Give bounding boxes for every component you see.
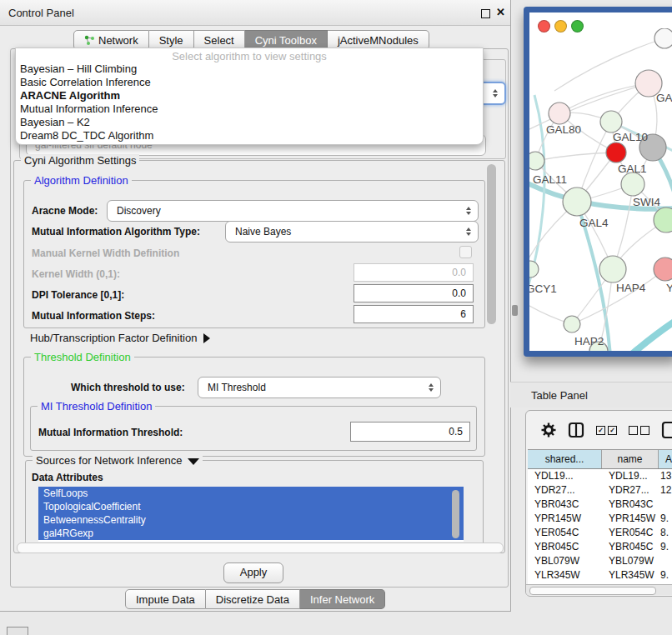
network-node-gcy1[interactable] <box>529 261 539 278</box>
deselect-all-checkboxes-icon[interactable] <box>629 426 649 435</box>
data-attribute-item[interactable]: BetweennessCentrality <box>38 513 464 527</box>
sources-legend[interactable]: Sources for Network Inference <box>33 454 203 467</box>
table-cell[interactable]: YBL079W <box>602 554 659 568</box>
combo-stepper-icon <box>466 207 471 215</box>
column-header-shared[interactable]: shared... <box>528 450 602 468</box>
mi-steps-field[interactable]: 6 <box>354 305 474 323</box>
network-edge[interactable] <box>628 318 672 351</box>
table-cell[interactable]: YDL19... <box>602 469 659 483</box>
algorithm-option[interactable]: Bayesian – Hill Climbing <box>18 62 477 76</box>
network-node-y[interactable] <box>654 258 672 281</box>
mi-type-combo[interactable]: Naive Bayes <box>225 221 479 242</box>
aracne-mode-combo[interactable]: Discovery <box>107 200 479 222</box>
network-graph[interactable]: GALGAL80GAL10GAL1GAL11SWI4GAL4GCY1HAP4YH… <box>529 28 672 351</box>
control-panel-title: Control Panel <box>8 7 74 19</box>
network-node[interactable] <box>654 28 672 48</box>
table-cell[interactable]: YBR045C <box>528 540 602 554</box>
table-row[interactable]: YBL079WYBL079W <box>528 554 672 568</box>
data-attribute-item[interactable]: SelfLoops <box>38 487 464 500</box>
function-builder-icon[interactable] <box>661 421 672 439</box>
data-attribute-item[interactable]: gal4RGexp <box>38 527 464 540</box>
manual-kernel-checkbox[interactable] <box>459 246 472 258</box>
algorithm-option[interactable]: Mutual Information Inference <box>18 102 477 116</box>
tab-label: Infer Network <box>310 593 374 606</box>
algorithm-option[interactable]: Bayesian – K2 <box>18 116 477 129</box>
network-node-gal10[interactable] <box>600 111 622 132</box>
cyni-mode-tabs: Impute DataDiscretize DataInfer Network <box>125 589 385 608</box>
table-cell[interactable]: YDR27... <box>528 483 602 498</box>
network-node-hap4[interactable] <box>599 256 626 282</box>
tab-infer-network[interactable]: Infer Network <box>300 589 385 609</box>
column-header-name[interactable]: name <box>602 450 659 468</box>
table-cell[interactable]: YBR045C <box>602 540 659 554</box>
settings-horizontal-scrollbar[interactable] <box>17 542 504 553</box>
network-edge[interactable] <box>535 152 616 161</box>
table-cell[interactable]: YBL079W <box>528 554 602 568</box>
table-row[interactable]: YLR345WYLR345W9. <box>528 568 672 582</box>
tab-label: Impute Data <box>136 593 195 606</box>
settings-vertical-scrollbar[interactable] <box>487 164 496 324</box>
table-cell[interactable]: 9. <box>659 540 672 554</box>
table-row[interactable]: YBR045CYBR045C9. <box>528 540 672 554</box>
mi-threshold-legend: MI Threshold Definition <box>38 400 155 412</box>
network-node-label: GAL4 <box>579 217 609 229</box>
kernel-width-field[interactable]: 0.0 <box>354 263 474 282</box>
gear-icon[interactable] <box>541 422 556 438</box>
dpi-tolerance-field[interactable]: 0.0 <box>354 284 474 302</box>
tab-discretize-data[interactable]: Discretize Data <box>206 589 300 609</box>
table-cell[interactable]: YER054C <box>602 526 659 540</box>
which-threshold-label: Which threshold to use: <box>71 382 185 393</box>
table-cell[interactable] <box>659 498 672 512</box>
table-cell[interactable]: 9. <box>659 512 672 526</box>
table-horizontal-scrollbar[interactable] <box>526 584 672 595</box>
table-cell[interactable]: YDL19... <box>528 469 602 483</box>
apply-button[interactable]: Apply <box>223 562 283 583</box>
table-cell[interactable]: 12 <box>659 483 672 498</box>
network-node-label: GAL1 <box>618 162 647 175</box>
table-cell[interactable]: YPR145W <box>528 512 602 526</box>
table-cell[interactable]: 8. <box>659 526 672 540</box>
mi-threshold-label: Mutual Information Threshold: <box>38 427 183 438</box>
table-row[interactable]: YDL19...YDL19...13 <box>528 469 672 483</box>
table-cell[interactable] <box>659 554 672 568</box>
algorithm-option[interactable]: Dream8 DC_TDC Algorithm <box>18 129 477 142</box>
list-vertical-scrollbar[interactable] <box>452 490 459 538</box>
table-cell[interactable]: YPR145W <box>602 512 659 526</box>
tab-impute-data[interactable]: Impute Data <box>125 589 206 609</box>
table-cell[interactable]: YLR345W <box>602 568 659 582</box>
network-node-gal1[interactable] <box>621 172 644 196</box>
table-row[interactable]: YER054CYER054C8. <box>528 526 672 540</box>
network-node-gal11[interactable] <box>529 152 544 170</box>
which-threshold-combo[interactable]: MI Threshold <box>198 377 441 398</box>
table-cell[interactable]: YDR27... <box>602 483 659 498</box>
network-node-hap2[interactable] <box>564 316 580 332</box>
network-node-gal80[interactable] <box>549 102 570 124</box>
table-row[interactable]: YDR27...YDR27...12 <box>528 483 672 498</box>
table-cell[interactable]: YER054C <box>528 526 602 540</box>
float-window-icon[interactable] <box>481 9 490 18</box>
mi-threshold-field[interactable]: 0.5 <box>350 422 470 442</box>
table-cell[interactable]: 13 <box>659 469 672 483</box>
table-hscroll-thumb[interactable] <box>529 587 656 595</box>
select-all-checkboxes-icon[interactable]: ✓✓ <box>596 426 617 435</box>
table-cell[interactable]: YBR043C <box>528 498 602 512</box>
close-icon[interactable]: ✕ <box>496 6 505 18</box>
data-attribute-item[interactable]: TopologicalCoefficient <box>38 500 464 513</box>
table-cell[interactable]: YBR043C <box>602 498 659 512</box>
network-node[interactable] <box>606 142 626 162</box>
table-body: YDL19...YDL19...13YDR27...YDR27...12YBR0… <box>528 469 672 586</box>
table-row[interactable]: YBR043CYBR043C <box>528 498 672 512</box>
split-columns-icon[interactable] <box>568 422 584 438</box>
network-node-label: HAP2 <box>574 335 604 348</box>
algorithm-option[interactable]: Basic Correlation Inference <box>18 76 477 89</box>
threshold-definition-legend: Threshold Definition <box>31 351 134 363</box>
column-header-A[interactable]: A <box>659 450 672 468</box>
algorithm-option[interactable]: ARACNE Algorithm <box>18 89 477 102</box>
table-cell[interactable]: YLR345W <box>528 568 602 582</box>
hub-transcription-factor-toggle[interactable]: Hub/Transcription Factor Definition <box>30 332 210 344</box>
table-row[interactable]: YPR145WYPR145W9. <box>528 512 672 526</box>
minimized-window-icon[interactable] <box>7 627 28 635</box>
network-node-gal4[interactable] <box>563 188 591 216</box>
splitpane-divider-handle[interactable] <box>512 305 518 316</box>
table-cell[interactable]: 9. <box>659 568 672 582</box>
